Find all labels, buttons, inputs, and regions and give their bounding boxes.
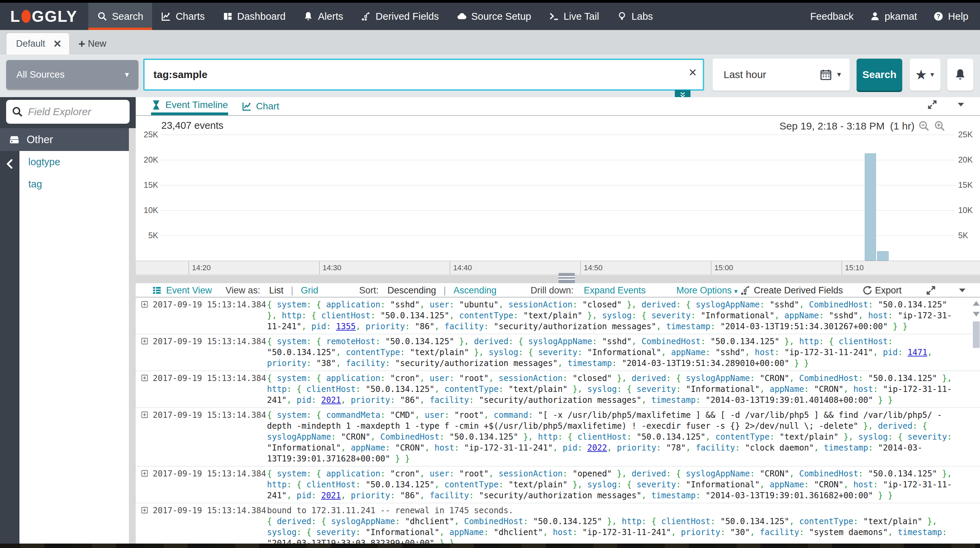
top-navbar: LGGLY SearchChartsDashboardAlertsDerived… <box>0 3 980 30</box>
more-options-dropdown[interactable]: More Options▼ <box>676 285 739 296</box>
export-icon <box>862 285 873 296</box>
tab-event-timeline[interactable]: Event Timeline <box>151 97 228 115</box>
drill-down-label: Drill down: <box>531 285 574 296</box>
dashboard-icon <box>223 11 233 21</box>
desktop-edge-strip <box>0 543 980 548</box>
event-timestamp: 2017-09-19 15:13:14.384 <box>153 505 267 516</box>
export-button[interactable]: Export <box>875 285 902 296</box>
field-explorer-input[interactable] <box>28 106 124 118</box>
x-axis-tick: 14:20 <box>189 261 189 274</box>
nav-item-derived-fields[interactable]: Derived Fields <box>352 3 448 30</box>
collapse-panel-caret-icon[interactable] <box>955 99 966 110</box>
pid-link[interactable]: 2021 <box>321 396 341 405</box>
expand-event-icon[interactable] <box>140 337 151 346</box>
collapse-events-caret-icon[interactable] <box>957 285 968 296</box>
collapse-sidebar-icon[interactable] <box>4 157 16 171</box>
nav-item-feedback[interactable]: Feedback <box>809 11 855 22</box>
event-timeline-chart: 5K5K10K10K15K15K20K20K25K25K <box>136 135 980 261</box>
chart-icon <box>161 11 171 21</box>
search-query-input[interactable] <box>143 59 704 91</box>
nav-right-items: Feedbackpkamat?Help <box>809 11 980 22</box>
saved-searches-button[interactable]: ★ ▼ <box>910 59 940 91</box>
expand-event-icon[interactable] <box>140 300 151 309</box>
new-tab-label: New <box>88 38 107 49</box>
close-tab-icon[interactable]: ✕ <box>53 38 62 50</box>
calendar-icon <box>819 68 832 81</box>
new-tab-button[interactable]: + New <box>70 33 115 54</box>
y-axis-label: 5K <box>136 231 158 240</box>
pid-link[interactable]: 2022 <box>587 443 607 453</box>
nav-item-search[interactable]: Search <box>88 3 152 30</box>
date-range-label: Sep 19, 2:18 - 3:18 PM <box>780 120 885 132</box>
event-message: { system: { application: "cron", user: "… <box>267 468 959 501</box>
cloud-icon <box>457 11 467 21</box>
loggly-logo[interactable]: LGGLY <box>10 7 77 25</box>
log-event: 2017-09-19 15:13:14.384{ system: { appli… <box>136 371 980 408</box>
expand-event-icon[interactable] <box>140 506 151 515</box>
event-view-toolbar: Event View View as: List | Grid Sort: De… <box>136 284 980 297</box>
x-axis-tick: 14:30 <box>319 261 320 274</box>
y-axis-label: 15K <box>136 180 158 190</box>
field-tag[interactable]: tag <box>19 173 129 195</box>
pid-link[interactable]: 1471 <box>908 348 928 357</box>
expand-panel-icon[interactable] <box>927 99 938 110</box>
star-icon: ★ <box>915 67 927 83</box>
log-event: 2017-09-19 15:13:14.384{ system: { comma… <box>136 408 980 467</box>
nav-item-source-setup[interactable]: Source Setup <box>448 3 540 30</box>
field-logtype[interactable]: logtype <box>19 151 129 173</box>
sort-ascending[interactable]: Ascending <box>453 285 496 296</box>
gridline <box>160 185 955 186</box>
chart-scroll-grip[interactable] <box>558 273 575 283</box>
time-range-picker[interactable]: Last hour ▼ <box>713 59 850 91</box>
scroll-down-icon[interactable] <box>973 312 980 317</box>
zoom-in-icon[interactable] <box>934 120 946 132</box>
search-tab-bar: Default ✕ + New <box>0 30 980 54</box>
nav-item-live-tail[interactable]: Live Tail <box>540 3 608 30</box>
event-view-label: Event View <box>166 285 212 296</box>
nav-item-help[interactable]: ?Help <box>932 11 970 22</box>
clear-query-icon[interactable]: × <box>689 65 697 79</box>
zoom-out-icon[interactable] <box>918 120 930 132</box>
log-event: 2017-09-19 15:13:14.384{ system: { appli… <box>136 467 980 504</box>
expand-events-link[interactable]: Expand Events <box>584 285 646 296</box>
all-sources-dropdown[interactable]: All Sources ▼ <box>6 60 138 89</box>
scroll-up-icon[interactable] <box>973 301 980 306</box>
separator: | <box>291 285 293 296</box>
x-axis-tick: 15:10 <box>842 261 842 274</box>
create-derived-fields-button[interactable]: Create Derived Fields <box>754 285 843 296</box>
timeline-bar[interactable] <box>877 251 889 261</box>
tab-default[interactable]: Default ✕ <box>6 33 70 54</box>
nav-item-labs[interactable]: Labs <box>608 3 662 30</box>
expand-event-icon[interactable] <box>140 374 151 383</box>
expand-events-panel-icon[interactable] <box>926 285 936 296</box>
nav-item-alerts[interactable]: Alerts <box>294 3 352 30</box>
all-sources-label: All Sources <box>16 69 65 80</box>
tab-default-label: Default <box>16 38 45 49</box>
timeline-bar[interactable] <box>865 153 876 261</box>
loggly-app: LGGLY SearchChartsDashboardAlertsDerived… <box>0 0 980 548</box>
view-as-grid[interactable]: Grid <box>301 285 318 296</box>
search-controls-row: All Sources ▼ × Last hour ▼ Search ★ ▼ <box>0 54 980 97</box>
view-as-list[interactable]: List <box>269 285 283 296</box>
expand-event-icon[interactable] <box>140 411 151 419</box>
sort-descending[interactable]: Descending <box>387 285 436 296</box>
alerts-bell-button[interactable] <box>947 59 973 91</box>
main-panel: Event TimelineChart 23,407 events Sep 19… <box>136 97 980 543</box>
pid-link[interactable]: 1355 <box>336 322 356 331</box>
x-axis-tick: 14:40 <box>450 261 450 274</box>
expand-event-icon[interactable] <box>140 469 151 478</box>
y-axis-label: 25K <box>136 130 158 140</box>
sidebar-group-other[interactable]: Other <box>0 128 129 151</box>
nav-item-charts[interactable]: Charts <box>152 3 213 30</box>
chart-horizontal-scrollbar <box>136 275 980 283</box>
sidebar-collapse-strip <box>0 151 19 543</box>
nav-item-pkamat[interactable]: pkamat <box>869 11 918 22</box>
nav-item-dashboard[interactable]: Dashboard <box>214 3 294 30</box>
field-explorer-searchbox[interactable] <box>6 100 130 124</box>
sidebar-scrollbar-track[interactable] <box>129 128 136 543</box>
tab-chart[interactable]: Chart <box>242 97 279 115</box>
separator: | <box>444 285 446 296</box>
search-button[interactable]: Search <box>857 59 902 91</box>
pid-link[interactable]: 2021 <box>321 491 341 500</box>
scrollbar-thumb[interactable] <box>973 321 980 348</box>
